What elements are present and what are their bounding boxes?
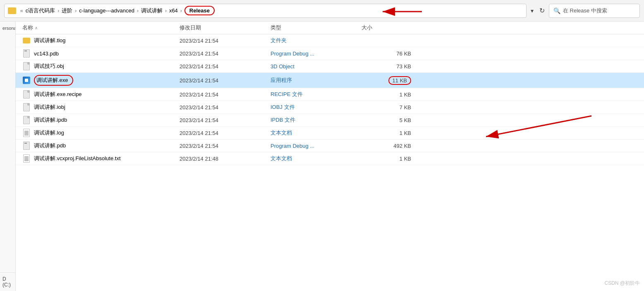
pdb-icon — [22, 49, 31, 58]
breadcrumb-release[interactable]: Release — [184, 6, 215, 15]
file-type: 文件夹 — [271, 37, 362, 44]
file-type: 文本文档 — [271, 129, 362, 137]
file-size: 5 KB — [362, 117, 411, 123]
search-area[interactable]: 🔍 在 Release 中搜索 — [549, 4, 640, 18]
file-type: IPDB 文件 — [271, 116, 362, 124]
file-name-cell: 调试讲解.pdb — [22, 142, 180, 150]
pdb-icon — [22, 142, 31, 150]
col-header-size[interactable]: 大小 — [362, 24, 411, 31]
breadcrumb-x64[interactable]: x64 — [169, 7, 178, 14]
file-name-cell: 调试讲解.exe.recipe — [22, 90, 180, 99]
folder-icon — [8, 7, 16, 14]
file-date: 2023/2/14 21:54 — [180, 117, 271, 123]
file-type: Program Debug ... — [271, 143, 362, 149]
col-header-type[interactable]: 类型 — [271, 24, 362, 31]
file-name: 调试讲解.log — [34, 129, 64, 137]
file-name: 调试讲解.ipdb — [34, 116, 67, 124]
table-row[interactable]: 调试讲解.tlog 2023/2/14 21:54 文件夹 — [16, 34, 644, 47]
file-size: 76 KB — [362, 51, 411, 57]
main-container: ersona D (C:) 名称 ∧ 修改日期 类型 大小 调试讲解.tlog … — [0, 22, 644, 291]
file-date: 2023/2/14 21:54 — [180, 63, 271, 70]
file-size: 11 KB — [362, 76, 411, 85]
generic-icon — [22, 116, 31, 124]
file-size: 1 KB — [362, 130, 411, 136]
table-row[interactable]: 调试讲解.iobj 2023/2/14 21:54 IOBJ 文件 7 KB — [16, 101, 644, 114]
column-headers: 名称 ∧ 修改日期 类型 大小 — [16, 22, 644, 34]
exe-icon — [22, 76, 31, 84]
file-date: 2023/2/14 21:54 — [180, 104, 271, 111]
file-date: 2023/2/14 21:54 — [180, 143, 271, 149]
file-date: 2023/2/14 21:54 — [180, 38, 271, 44]
file-type: Program Debug ... — [271, 51, 362, 57]
generic-icon — [22, 62, 31, 70]
breadcrumb-advanced[interactable]: 进阶 — [62, 7, 72, 14]
file-size: 1 KB — [362, 91, 411, 98]
sidebar-item-drive[interactable]: D (C:) — [0, 272, 15, 291]
text-icon — [22, 129, 31, 137]
file-name: 调试讲解.exe.recipe — [34, 91, 82, 98]
file-size: 7 KB — [362, 104, 411, 111]
file-rows-container: 调试讲解.tlog 2023/2/14 21:54 文件夹 vc143.pdb … — [16, 34, 644, 165]
table-row[interactable]: 调试讲解.exe.recipe 2023/2/14 21:54 RECIPE 文… — [16, 88, 644, 101]
file-type: 应用程序 — [271, 77, 362, 84]
file-size: 1 KB — [362, 156, 411, 162]
file-name-cell: 调试讲解.vcxproj.FileListAbsolute.txt — [22, 154, 180, 163]
generic-icon — [22, 103, 31, 111]
file-name: 调试讲解.iobj — [34, 103, 65, 111]
file-date: 2023/2/14 21:54 — [180, 51, 271, 57]
refresh-button[interactable]: ↻ — [538, 7, 546, 14]
file-type: 3D Object — [271, 63, 362, 70]
search-icon: 🔍 — [553, 7, 560, 14]
table-row[interactable]: 调试讲解.ipdb 2023/2/14 21:54 IPDB 文件 5 KB — [16, 114, 644, 127]
table-row[interactable]: 调试讲解.vcxproj.FileListAbsolute.txt 2023/2… — [16, 152, 644, 165]
file-name-cell: vc143.pdb — [22, 49, 180, 58]
file-size: 73 KB — [362, 63, 411, 70]
col-header-name[interactable]: 名称 ∧ — [22, 24, 180, 31]
file-date: 2023/2/14 21:54 — [180, 77, 271, 84]
file-name: 调试讲解.tlog — [34, 37, 66, 44]
file-name-cell: 调试讲解.ipdb — [22, 116, 180, 124]
file-name: 调试讲解.pdb — [34, 142, 66, 149]
table-row[interactable]: 调试技巧.obj 2023/2/14 21:54 3D Object 73 KB — [16, 60, 644, 73]
size-circle: 11 KB — [388, 76, 411, 85]
sidebar-item-personal[interactable]: ersona — [0, 26, 15, 31]
file-date: 2023/2/14 21:54 — [180, 130, 271, 136]
table-row[interactable]: 调试讲解.pdb 2023/2/14 21:54 Program Debug .… — [16, 139, 644, 152]
file-name: 调试讲解.vcxproj.FileListAbsolute.txt — [34, 155, 121, 162]
breadcrumb-debug[interactable]: 调试讲解 — [141, 7, 163, 14]
breadcrumb-area[interactable]: « c语言代码库 › 进阶 › c-language---advanced › … — [4, 4, 527, 18]
file-size: 492 KB — [362, 143, 411, 149]
generic-icon — [22, 90, 31, 99]
breadcrumb-c-advanced[interactable]: c-language---advanced — [79, 7, 134, 14]
file-type: IOBJ 文件 — [271, 103, 362, 111]
file-date: 2023/2/14 21:48 — [180, 156, 271, 162]
file-name-cell: 调试技巧.obj — [22, 62, 180, 70]
search-placeholder: 在 Release 中搜索 — [563, 7, 607, 14]
file-type: 文本文档 — [271, 155, 362, 162]
text-icon — [22, 154, 31, 163]
address-bar: « c语言代码库 › 进阶 › c-language---advanced › … — [0, 0, 644, 22]
file-name: 调试讲解.exe — [36, 77, 68, 84]
chevron-down-button[interactable]: ▾ — [529, 7, 535, 14]
file-name-cell: 调试讲解.iobj — [22, 103, 180, 111]
table-row[interactable]: 调试讲解.log 2023/2/14 21:54 文本文档 1 KB — [16, 127, 644, 139]
watermark: CSDN @初阶牛 — [604, 280, 640, 287]
table-row[interactable]: vc143.pdb 2023/2/14 21:54 Program Debug … — [16, 47, 644, 60]
breadcrumb-clibrary[interactable]: c语言代码库 — [26, 7, 55, 14]
file-name-cell: 调试讲解.tlog — [22, 36, 180, 45]
file-date: 2023/2/14 21:54 — [180, 91, 271, 98]
file-name: 调试技巧.obj — [34, 63, 64, 70]
file-name: vc143.pdb — [34, 51, 59, 57]
sort-arrow-name: ∧ — [35, 26, 38, 30]
table-row[interactable]: 调试讲解.exe 2023/2/14 21:54 应用程序 11 KB — [16, 73, 644, 88]
file-name-cell: 调试讲解.log — [22, 129, 180, 137]
exe-name-circle: 调试讲解.exe — [34, 75, 73, 86]
file-list-area: 名称 ∧ 修改日期 类型 大小 调试讲解.tlog 2023/2/14 21:5… — [16, 22, 644, 291]
sidebar: ersona D (C:) — [0, 22, 16, 291]
folder-icon — [22, 36, 31, 45]
col-header-date[interactable]: 修改日期 — [180, 24, 271, 31]
file-type: RECIPE 文件 — [271, 91, 362, 98]
